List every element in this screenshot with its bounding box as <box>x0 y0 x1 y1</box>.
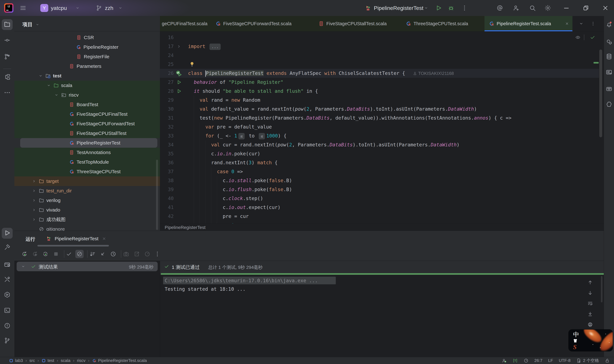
tree-item[interactable]: riscv <box>14 90 160 100</box>
code-line[interactable]: val cur = rand.nextInt(pow(2, Parameters… <box>188 140 460 149</box>
intention-bulb-icon[interactable] <box>189 61 195 67</box>
breadcrumb-item[interactable]: src <box>29 358 35 363</box>
show-passed-icon[interactable] <box>66 251 72 257</box>
breadcrumb-item[interactable]: scala <box>61 358 70 363</box>
tree-expand-icon[interactable] <box>32 198 36 202</box>
tools-tool-icon[interactable] <box>4 276 11 283</box>
code-line[interactable]: val default_value = rand.nextInt(pow(2, … <box>188 104 477 114</box>
more-run-actions-icon[interactable] <box>461 5 468 11</box>
structure-tool-icon[interactable] <box>4 73 11 80</box>
navigate-with-single-click-icon[interactable] <box>99 251 106 257</box>
tree-item[interactable]: BoardTest <box>14 100 160 109</box>
sort-by-duration-icon[interactable] <box>89 251 96 257</box>
project-name[interactable]: yatcpu <box>51 0 67 16</box>
tab-list-chevron-icon[interactable] <box>579 21 584 26</box>
editor-tab[interactable]: FiveStageCPUStallTest.scala <box>314 16 401 31</box>
tree-item[interactable]: Parameters <box>14 62 160 71</box>
version-control-tool-icon[interactable] <box>4 337 11 344</box>
code-line[interactable]: for (_ <- 1≤ to ≤1000) { <box>188 131 287 140</box>
more-tools-icon[interactable] <box>4 89 11 96</box>
tree-expand-icon[interactable] <box>32 217 36 221</box>
project-tool-icon[interactable] <box>4 21 11 28</box>
close-button[interactable] <box>602 4 609 12</box>
pull-requests-tool-icon[interactable] <box>4 53 11 60</box>
inspections-ok-icon[interactable] <box>590 35 595 40</box>
sbt-tool-icon[interactable] <box>4 291 11 298</box>
breadcrumb-item[interactable]: test <box>42 358 54 363</box>
code-line[interactable]: test(new PipelineRegister(Parameters.Dat… <box>188 114 512 122</box>
input-method-widget[interactable]: 中 S <box>569 329 613 351</box>
results-chevron-icon[interactable] <box>21 264 25 269</box>
run-test-icon[interactable] <box>176 88 182 94</box>
run-tab-label[interactable]: PipelineRegisterTest <box>55 236 98 241</box>
export-test-results-icon[interactable] <box>134 251 140 257</box>
branch-name[interactable]: zzh <box>105 0 113 16</box>
coverage-icon[interactable] <box>144 251 151 257</box>
rerun-tests-icon[interactable] <box>21 251 28 257</box>
tree-item[interactable]: 成功截图 <box>14 215 160 224</box>
git-branch-icon[interactable] <box>96 5 102 11</box>
settings-icon[interactable] <box>544 4 551 12</box>
tree-item[interactable]: RegisterFile <box>14 52 160 62</box>
ime-skin-icon[interactable] <box>573 338 578 343</box>
run-tab-close-icon[interactable] <box>102 237 106 241</box>
editor-tab[interactable]: FiveStageCPUForwardTest.scala <box>211 16 314 31</box>
code-line[interactable]: case 0 => <box>188 167 243 176</box>
code-line[interactable]: c.io.in.poke(cur) <box>188 149 260 158</box>
build-tool-icon[interactable] <box>4 244 11 251</box>
tree-expand-icon[interactable] <box>39 74 43 78</box>
fold-icon[interactable] <box>177 44 181 49</box>
tab-close-icon[interactable] <box>565 22 569 26</box>
editor-scrollbar[interactable] <box>599 50 602 137</box>
run-test-icon[interactable] <box>176 79 182 85</box>
console-command-box[interactable]: C:\Users\26586\.jdks\temurin-17.0.16\bin… <box>163 277 336 284</box>
ime-brand[interactable]: S <box>573 343 577 351</box>
code-line[interactable]: val rand = new Random <box>188 96 260 104</box>
test-results-row[interactable]: 测试结果 9秒 294毫秒 <box>17 262 158 271</box>
file-writable-icon[interactable] <box>605 358 610 363</box>
code-line[interactable]: c.clock.step() <box>188 194 263 203</box>
ime-mode[interactable]: 中 <box>573 330 579 339</box>
commit-tool-icon[interactable] <box>4 37 11 44</box>
editor-tab[interactable]: PipelineRegisterTest.scala <box>485 16 572 31</box>
tree-item[interactable]: TestAnnotations <box>14 148 160 157</box>
project-panel-chevron-icon[interactable] <box>36 23 39 26</box>
indent-config[interactable]: 2 个空格 <box>576 358 599 363</box>
screenshot-icon[interactable] <box>123 251 129 257</box>
tab-options-icon[interactable] <box>591 21 595 26</box>
run-config-chevron-icon[interactable] <box>424 6 428 10</box>
caret-position[interactable]: 26:7 <box>534 358 543 363</box>
tree-expand-icon[interactable] <box>32 179 36 183</box>
show-ignored-icon[interactable] <box>76 251 83 257</box>
tree-item[interactable]: scala <box>14 81 160 90</box>
terminal-tool-icon[interactable] <box>4 307 11 314</box>
ai-assistant-titlebar-icon[interactable] <box>496 4 503 12</box>
branch-chevron-icon[interactable] <box>118 6 123 10</box>
editor-tab[interactable]: ThreeStageCPUTest.scala <box>401 16 485 31</box>
code-line[interactable]: pre = cur <box>188 212 249 221</box>
main-menu-icon[interactable] <box>19 4 27 12</box>
services-tool-icon[interactable] <box>4 261 11 268</box>
tree-item[interactable]: vivado <box>14 205 160 215</box>
tree-expand-icon[interactable] <box>32 208 36 212</box>
code-line[interactable]: c.io.stall.poke(false.B) <box>188 176 292 185</box>
code-line[interactable]: it should "be able to stall and flush" i… <box>188 87 318 96</box>
tree-item[interactable]: verilog <box>14 195 160 205</box>
console-scrollbar[interactable] <box>601 276 602 302</box>
more-actions-icon[interactable] <box>154 251 161 257</box>
stop-icon[interactable] <box>53 251 59 257</box>
tree-item[interactable]: gitignore <box>14 224 160 231</box>
debug-button[interactable] <box>448 5 454 11</box>
code-line[interactable]: class PipelineRegisterTest extends AnyFl… <box>188 69 454 78</box>
tree-expand-icon[interactable] <box>47 83 51 88</box>
run-button[interactable] <box>435 5 442 11</box>
breadcrumb[interactable]: PipelineRegisterTest <box>165 225 206 230</box>
file-encoding[interactable]: UTF-8 <box>559 358 571 363</box>
tree-expand-icon[interactable] <box>32 189 36 193</box>
tree-item[interactable]: test <box>14 71 160 81</box>
documentation-tool-icon[interactable] <box>605 69 613 76</box>
code-line[interactable]: rand.nextInt(3) match { <box>188 158 278 167</box>
code-line[interactable]: import ... <box>188 42 222 51</box>
code-line[interactable]: var pre = default_value <box>188 122 272 131</box>
run-config-name[interactable]: PipelineRegisterTest <box>374 0 423 16</box>
